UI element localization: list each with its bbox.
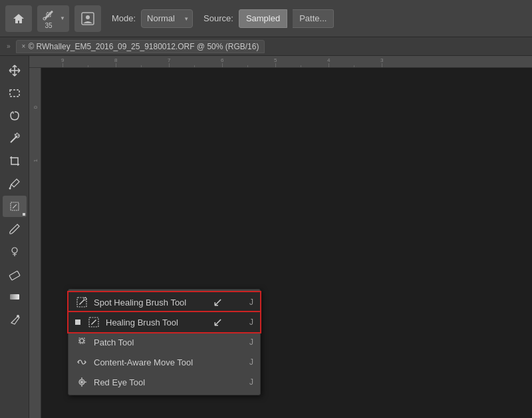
main-area: 9 8 7 6 5 — [0, 56, 532, 418]
content-aware-icon — [75, 355, 88, 369]
flyout-item-red-eye[interactable]: Red Eye Tool J — [68, 372, 260, 392]
panel-collapse-arrow[interactable]: » — [4, 41, 13, 51]
flyout-item-content-aware[interactable]: Content-Aware Move Tool J — [68, 352, 260, 372]
svg-point-25 — [81, 381, 83, 383]
ruler-tick-5: 5 — [274, 57, 277, 67]
ruler-minor-tick — [354, 59, 354, 67]
ruler-tick-7: 7 — [168, 57, 170, 67]
red-eye-icon — [75, 375, 88, 389]
ruler-left: 0 1 — [29, 68, 41, 418]
flyout-item-healing[interactable]: Healing Brush Tool ↙ J — [68, 312, 260, 332]
quick-select-tool-button[interactable] — [3, 128, 27, 149]
clone-stamp-tool-button[interactable] — [3, 241, 27, 262]
flyout-label-healing: Healing Brush Tool — [106, 317, 244, 327]
svg-rect-14 — [10, 294, 19, 300]
flyout-shortcut-healing: J — [249, 317, 253, 327]
ruler-minor-tick — [88, 59, 88, 67]
flyout-item-spot-healing[interactable]: Spot Healing Brush Tool ↙ J — [68, 292, 260, 312]
svg-point-12 — [12, 248, 17, 253]
flyout-label-red-eye: Red Eye Tool — [94, 377, 244, 387]
ruler-tick-3: 3 — [380, 57, 383, 67]
document-tab[interactable]: × © RWhalley_EM5_2016_09_25_9180012.ORF … — [16, 40, 265, 53]
flyout-shortcut-patch: J — [249, 337, 253, 347]
canvas-container: 9 8 7 6 5 — [29, 56, 532, 418]
flyout-label-patch: Patch Tool — [94, 337, 244, 347]
flyout-label-content-aware: Content-Aware Move Tool — [94, 357, 244, 367]
marquee-rect-tool-button[interactable] — [3, 83, 27, 104]
ruler-tick-8: 8 — [114, 57, 117, 67]
left-toolbar — [0, 56, 29, 418]
corner-indicator — [23, 213, 25, 216]
svg-line-20 — [91, 319, 96, 324]
ruler-tick-4: 4 — [327, 57, 330, 67]
tool-flyout-menu: Spot Healing Brush Tool ↙ J Healing Brus… — [68, 289, 261, 395]
svg-point-18 — [84, 298, 86, 300]
move-tool-button[interactable] — [3, 60, 27, 81]
ruler-tick-6: 6 — [221, 57, 223, 67]
lasso-tool-button[interactable] — [3, 105, 27, 126]
source-label: Source: — [203, 13, 233, 23]
active-indicator-dot — [75, 319, 80, 325]
ruler-minor-tick — [247, 59, 248, 67]
gradient-tool-button[interactable] — [3, 286, 27, 308]
svg-point-4 — [86, 15, 90, 19]
spot-heal-icon — [75, 296, 88, 309]
home-button[interactable] — [5, 5, 32, 32]
ruler-minor-tick — [141, 59, 142, 67]
svg-line-17 — [79, 300, 84, 304]
flyout-shortcut-content-aware: J — [249, 357, 253, 367]
ruler-minor-tick — [301, 59, 301, 67]
mode-select-wrapper[interactable]: Normal Replace Multiply — [141, 9, 193, 28]
healing-brush-tool-button[interactable] — [3, 196, 27, 217]
brush-selector[interactable]: 35 ▼ — [37, 5, 69, 32]
brush-icon-area: 35 — [41, 7, 56, 29]
mode-select[interactable]: Normal Replace Multiply — [141, 9, 193, 28]
clone-source-button[interactable] — [74, 5, 101, 32]
svg-rect-13 — [9, 271, 19, 280]
eyedropper-tool-button[interactable] — [3, 173, 27, 194]
flyout-shortcut-red-eye: J — [249, 377, 253, 387]
svg-point-21 — [80, 339, 84, 343]
tab-title: © RWhalley_EM5_2016_09_25_9180012.ORF @ … — [28, 42, 259, 51]
source-sampled-button[interactable]: Sampled — [239, 9, 287, 28]
heal-icon — [87, 315, 100, 329]
document-tab-bar: » × © RWhalley_EM5_2016_09_25_9180012.OR… — [0, 37, 532, 56]
svg-point-9 — [9, 188, 11, 190]
ruler-tick-9: 9 — [61, 57, 64, 67]
svg-line-11 — [13, 204, 17, 208]
tab-close-button[interactable]: × — [22, 43, 26, 50]
flyout-item-patch[interactable]: Patch Tool J — [68, 332, 260, 352]
eraser-tool-button[interactable] — [3, 264, 27, 285]
patch-icon — [75, 335, 88, 349]
svg-point-2 — [43, 17, 46, 20]
flyout-label-spot-healing: Spot Healing Brush Tool — [94, 298, 244, 308]
brush-size-label: 35 — [45, 22, 52, 29]
mode-label: Mode: — [112, 13, 136, 23]
brush-tool-button[interactable] — [3, 218, 27, 240]
ruler-top: 9 8 7 6 5 — [29, 56, 532, 68]
crop-tool-button[interactable] — [3, 150, 27, 172]
svg-rect-5 — [10, 90, 19, 97]
brush-dropdown-arrow: ▼ — [60, 15, 65, 21]
flyout-shortcut-spot-healing: J — [249, 298, 253, 307]
svg-point-15 — [17, 315, 19, 317]
ruler-minor-tick — [194, 59, 195, 67]
top-toolbar: 35 ▼ Mode: Normal Replace Multiply Sourc… — [0, 0, 532, 37]
pen-tool-button[interactable] — [3, 309, 27, 330]
source-pattern-button[interactable]: Patte... — [293, 9, 334, 28]
